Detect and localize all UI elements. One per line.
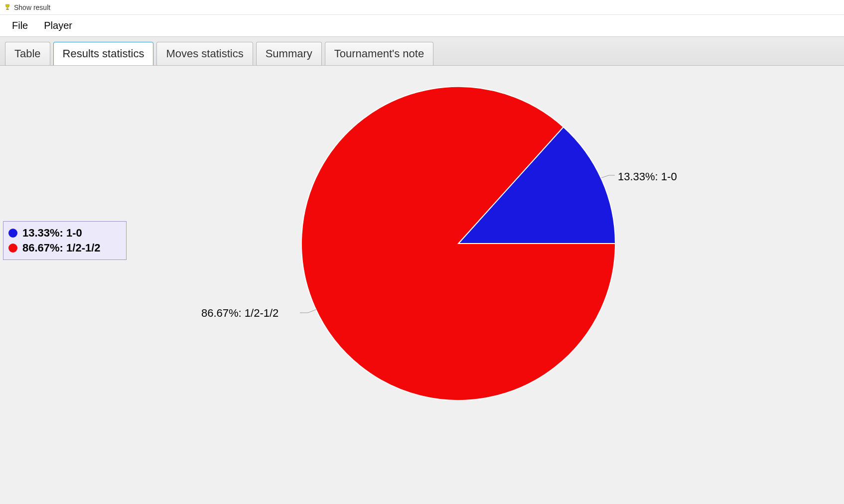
callout-draw: 86.67%: 1/2-1/2 xyxy=(201,307,279,320)
legend-swatch-red xyxy=(8,244,17,252)
legend-swatch-blue xyxy=(8,229,17,238)
trophy-icon xyxy=(4,4,11,11)
menu-file[interactable]: File xyxy=(11,18,29,33)
tab-summary[interactable]: Summary xyxy=(256,42,322,65)
tab-results-statistics[interactable]: Results statistics xyxy=(53,42,154,65)
legend-item-1-0: 13.33%: 1-0 xyxy=(8,226,121,241)
window-title: Show result xyxy=(14,3,50,11)
menu-player[interactable]: Player xyxy=(43,18,73,33)
callout-1-0: 13.33%: 1-0 xyxy=(618,170,677,183)
legend-item-draw: 86.67%: 1/2-1/2 xyxy=(8,241,121,255)
pie-svg xyxy=(301,87,615,400)
legend-text: 86.67%: 1/2-1/2 xyxy=(22,242,101,254)
content-area: 13.33%: 1-0 86.67%: 1/2-1/2 13.33%: 1-0 … xyxy=(0,66,844,504)
tab-moves-statistics[interactable]: Moves statistics xyxy=(156,42,253,65)
chart-legend: 13.33%: 1-0 86.67%: 1/2-1/2 xyxy=(3,221,127,260)
tabbar: Table Results statistics Moves statistic… xyxy=(0,37,844,66)
menubar: File Player xyxy=(0,15,844,37)
legend-text: 13.33%: 1-0 xyxy=(22,227,82,240)
tab-tournaments-note[interactable]: Tournament's note xyxy=(325,42,433,65)
tab-table[interactable]: Table xyxy=(5,42,50,65)
window-titlebar: Show result xyxy=(0,0,844,15)
pie-chart xyxy=(301,87,615,400)
svg-rect-0 xyxy=(7,7,8,9)
svg-rect-1 xyxy=(6,8,8,9)
